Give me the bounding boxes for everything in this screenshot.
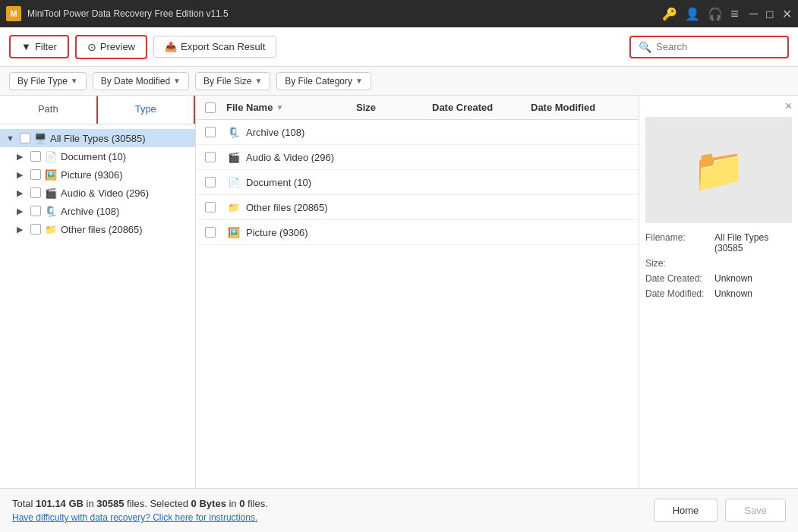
date-created-value: Unknown xyxy=(714,273,752,284)
filter-file-type-label: By File Type xyxy=(17,76,68,87)
menu-icon[interactable]: ≡ xyxy=(730,6,739,22)
table-row[interactable]: 📄 Document (10) xyxy=(196,170,639,195)
restore-button[interactable]: ◻ xyxy=(765,8,774,20)
file-details: Filename: All File Types (30585 Size: Da… xyxy=(645,232,792,304)
in-text2: in xyxy=(226,498,239,509)
expand-other-icon[interactable]: ▶ xyxy=(17,225,27,235)
status-summary: Total 101.14 GB in 30585 files. Selected… xyxy=(12,498,268,509)
total-text: Total xyxy=(12,498,36,509)
folder-icon-all: 🖥️ xyxy=(33,132,47,144)
filter-label: Filter xyxy=(35,41,57,52)
filter-file-category[interactable]: By File Category ▼ xyxy=(276,72,371,90)
left-panel: Path Type ▼ 🖥️ All File Types (30585) ▶ … xyxy=(0,96,196,488)
tree-item-all[interactable]: ▼ 🖥️ All File Types (30585) xyxy=(0,129,195,147)
table-header: File Name ▼ Size Date Created Date Modif… xyxy=(196,96,639,120)
export-button[interactable]: 📤 Export Scan Result xyxy=(153,36,276,58)
row-checkbox-2[interactable] xyxy=(205,177,216,187)
preview-panel: × 📁 Filename: All File Types (30585 Size… xyxy=(639,96,798,488)
row-checkbox-3[interactable] xyxy=(205,202,216,212)
col-size-header: Size xyxy=(356,102,432,113)
titlebar-left: M MiniTool Power Data Recovery Free Edit… xyxy=(6,6,229,21)
table-row[interactable]: 📁 Other files (20865) xyxy=(196,195,639,220)
search-input[interactable] xyxy=(656,41,777,52)
preview-label: Preview xyxy=(100,41,135,52)
filter-file-size[interactable]: By File Size ▼ xyxy=(195,72,270,90)
row-icon-4: 🖼️ xyxy=(226,225,241,239)
table-row[interactable]: 🖼️ Picture (9306) xyxy=(196,220,639,245)
tree-item-audio[interactable]: ▶ 🎬 Audio & Video (296) xyxy=(0,184,195,202)
expand-archive-icon[interactable]: ▶ xyxy=(17,206,27,216)
size-label: Size: xyxy=(645,258,710,269)
headphone-icon[interactable]: 🎧 xyxy=(708,7,723,21)
filter-file-type[interactable]: By File Type ▼ xyxy=(9,72,87,90)
in-text: in xyxy=(84,498,96,509)
row-name-2: Document (10) xyxy=(246,177,356,188)
tree-item-archive-label: Archive (108) xyxy=(61,206,119,217)
header-checkbox[interactable] xyxy=(205,102,216,113)
key-icon[interactable]: 🔑 xyxy=(662,7,677,21)
selected-bytes: 0 Bytes xyxy=(191,498,226,509)
close-button[interactable]: ✕ xyxy=(782,7,792,21)
tree-item-archive[interactable]: ▶ 🗜️ Archive (108) xyxy=(0,202,195,220)
tree-item-other[interactable]: ▶ 📁 Other files (20865) xyxy=(0,220,195,238)
row-checkbox-0[interactable] xyxy=(205,127,216,137)
filename-label: Filename: xyxy=(645,232,710,243)
checkbox-archive[interactable] xyxy=(30,206,41,216)
filename-value: All File Types (30585 xyxy=(714,232,792,253)
export-label: Export Scan Result xyxy=(181,41,265,52)
tree-item-all-label: All File Types (30585) xyxy=(50,133,146,144)
main-content: Path Type ▼ 🖥️ All File Types (30585) ▶ … xyxy=(0,96,798,488)
detail-created: Date Created: Unknown xyxy=(645,273,792,284)
checkbox-picture[interactable] xyxy=(30,169,41,180)
detail-filename: Filename: All File Types (30585 xyxy=(645,232,792,253)
home-button[interactable]: Home xyxy=(654,499,718,522)
preview-button[interactable]: ⊙ Preview xyxy=(75,35,147,59)
filter-date-modified[interactable]: By Date Modified ▼ xyxy=(93,72,189,90)
row-name-3: Other files (20865) xyxy=(246,202,356,213)
file-type-tree: ▼ 🖥️ All File Types (30585) ▶ 📄 Document… xyxy=(0,124,195,488)
expand-picture-icon[interactable]: ▶ xyxy=(17,170,27,180)
save-button[interactable]: Save xyxy=(725,499,786,522)
col-name-label: File Name xyxy=(226,102,273,113)
expand-document-icon[interactable]: ▶ xyxy=(17,152,27,162)
checkbox-audio[interactable] xyxy=(30,187,41,198)
tab-path[interactable]: Path xyxy=(0,96,96,124)
expand-all-icon[interactable]: ▼ xyxy=(6,134,17,143)
filter-icon: ▼ xyxy=(21,41,31,52)
export-icon: 📤 xyxy=(165,41,177,52)
filter-button[interactable]: ▼ Filter xyxy=(9,35,69,58)
other-icon: 📁 xyxy=(44,223,58,235)
sort-icon[interactable]: ▼ xyxy=(276,103,283,112)
help-link[interactable]: Have difficulty with data recovery? Clic… xyxy=(12,512,268,523)
row-name-0: Archive (108) xyxy=(246,127,356,138)
tree-item-other-label: Other files (20865) xyxy=(61,224,143,235)
filter-file-category-arrow: ▼ xyxy=(355,77,363,85)
minimize-button[interactable]: ─ xyxy=(749,7,758,20)
tab-type[interactable]: Type xyxy=(96,96,196,124)
total-files: 30585 xyxy=(96,498,124,509)
filter-date-modified-label: By Date Modified xyxy=(101,76,170,87)
svg-text:M: M xyxy=(10,9,17,18)
preview-area: 📁 xyxy=(645,117,792,223)
table-row[interactable]: 🗜️ Archive (108) xyxy=(196,120,639,145)
detail-size: Size: xyxy=(645,258,792,269)
checkbox-document[interactable] xyxy=(30,151,41,162)
date-modified-label: Date Modified: xyxy=(645,288,710,299)
search-box: 🔍 xyxy=(629,36,789,58)
close-preview-button[interactable]: × xyxy=(785,100,792,112)
person-icon[interactable]: 👤 xyxy=(685,7,700,21)
status-actions: Home Save xyxy=(654,499,786,522)
row-checkbox-4[interactable] xyxy=(205,227,216,238)
row-checkbox-1[interactable] xyxy=(205,152,216,162)
checkbox-all[interactable] xyxy=(20,133,30,143)
row-icon-2: 📄 xyxy=(226,175,241,189)
checkbox-other[interactable] xyxy=(30,224,41,235)
tree-item-picture[interactable]: ▶ 🖼️ Picture (9306) xyxy=(0,165,195,184)
toolbar: ▼ Filter ⊙ Preview 📤 Export Scan Result … xyxy=(0,27,798,67)
center-panel: File Name ▼ Size Date Created Date Modif… xyxy=(196,96,639,488)
expand-audio-icon[interactable]: ▶ xyxy=(17,188,27,198)
preview-folder-icon: 📁 xyxy=(692,145,746,195)
filterbar: By File Type ▼ By Date Modified ▼ By Fil… xyxy=(0,67,798,96)
tree-item-document[interactable]: ▶ 📄 Document (10) xyxy=(0,147,195,165)
table-row[interactable]: 🎬 Audio & Video (296) xyxy=(196,145,639,170)
